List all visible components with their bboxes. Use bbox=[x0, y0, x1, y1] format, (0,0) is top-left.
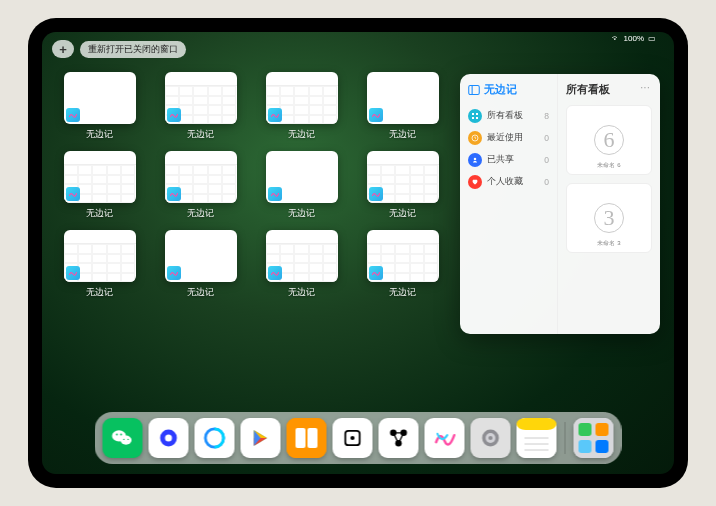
dock-app-wechat[interactable] bbox=[103, 418, 143, 458]
svg-rect-34 bbox=[579, 423, 592, 436]
thumbnail-preview bbox=[367, 72, 439, 124]
window-thumbnail[interactable]: 无边记 bbox=[258, 230, 345, 299]
sidebar-toggle-icon[interactable] bbox=[468, 84, 480, 96]
dock-app-notes[interactable] bbox=[517, 418, 557, 458]
dock-app-books[interactable] bbox=[287, 418, 327, 458]
thumbnail-preview bbox=[266, 72, 338, 124]
window-thumbnail[interactable]: 无边记 bbox=[359, 151, 446, 220]
svg-point-7 bbox=[474, 158, 477, 161]
thumbnail-preview bbox=[266, 230, 338, 282]
window-thumbnail[interactable]: 无边记 bbox=[359, 230, 446, 299]
sidebar-item-grid[interactable]: 所有看板8 bbox=[468, 105, 549, 127]
freeform-icon bbox=[369, 108, 383, 122]
freeform-icon bbox=[268, 187, 282, 201]
svg-rect-4 bbox=[472, 117, 474, 119]
add-button[interactable]: + bbox=[52, 40, 74, 58]
dock-app-freeform[interactable] bbox=[425, 418, 465, 458]
sidebar-item-heart[interactable]: 个人收藏0 bbox=[468, 171, 549, 193]
thumbnail-label: 无边记 bbox=[288, 128, 315, 141]
freeform-icon bbox=[167, 108, 181, 122]
thumbnail-label: 无边记 bbox=[288, 286, 315, 299]
board-thumbnail[interactable]: 3未命名 3 bbox=[566, 183, 652, 253]
toolbar: + 重新打开已关闭的窗口 bbox=[42, 32, 674, 66]
panel-more-icon[interactable]: ··· bbox=[640, 80, 650, 94]
window-thumbnail[interactable]: 无边记 bbox=[258, 72, 345, 141]
thumbnail-label: 无边记 bbox=[288, 207, 315, 220]
status-bar: ᯤ 100% ▭ bbox=[612, 34, 656, 43]
thumbnail-preview bbox=[64, 230, 136, 282]
clock-icon bbox=[468, 131, 482, 145]
thumbnail-label: 无边记 bbox=[389, 128, 416, 141]
dock-app-obsidian[interactable] bbox=[333, 418, 373, 458]
svg-rect-0 bbox=[469, 85, 480, 94]
thumbnail-preview bbox=[266, 151, 338, 203]
sidebar-item-clock[interactable]: 最近使用0 bbox=[468, 127, 549, 149]
window-thumbnail[interactable]: 无边记 bbox=[56, 151, 143, 220]
thumbnail-label: 无边记 bbox=[86, 286, 113, 299]
board-thumbnail[interactable]: 6未命名 6 bbox=[566, 105, 652, 175]
svg-rect-18 bbox=[296, 428, 306, 448]
board-name: 未命名 6 bbox=[597, 161, 620, 170]
thumbnail-preview bbox=[165, 151, 237, 203]
freeform-icon bbox=[369, 187, 383, 201]
dock-app-connect[interactable] bbox=[379, 418, 419, 458]
svg-point-12 bbox=[123, 439, 124, 440]
window-thumbnail[interactable]: 无边记 bbox=[157, 72, 244, 141]
freeform-icon bbox=[167, 187, 181, 201]
board-sketch: 3 bbox=[594, 203, 624, 233]
window-thumbnail[interactable]: 无边记 bbox=[157, 151, 244, 220]
board-name: 未命名 3 bbox=[597, 239, 620, 248]
svg-rect-35 bbox=[596, 423, 609, 436]
thumbnail-label: 无边记 bbox=[187, 207, 214, 220]
thumbnail-label: 无边记 bbox=[86, 128, 113, 141]
thumbnail-label: 无边记 bbox=[86, 207, 113, 220]
svg-point-15 bbox=[165, 435, 172, 442]
battery-label: 100% bbox=[624, 34, 644, 43]
sidebar-item-count: 0 bbox=[544, 155, 549, 165]
window-thumbnail[interactable]: 无边记 bbox=[359, 72, 446, 141]
freeform-icon bbox=[369, 266, 383, 280]
dock bbox=[95, 412, 622, 464]
svg-point-21 bbox=[350, 436, 354, 440]
svg-rect-29 bbox=[517, 418, 557, 430]
sidebar-item-label: 个人收藏 bbox=[487, 176, 523, 188]
svg-point-11 bbox=[120, 434, 122, 436]
thumbnail-label: 无边记 bbox=[187, 286, 214, 299]
panel-title: 无边记 bbox=[468, 82, 549, 97]
svg-rect-2 bbox=[472, 113, 474, 115]
svg-rect-3 bbox=[476, 113, 478, 115]
freeform-icon bbox=[66, 108, 80, 122]
battery-icon: ▭ bbox=[648, 34, 656, 43]
sidebar-item-count: 0 bbox=[544, 133, 549, 143]
screen: ᯤ 100% ▭ + 重新打开已关闭的窗口 无边记无边记无边记无边记无边记无边记… bbox=[42, 32, 674, 474]
sidebar-item-label: 最近使用 bbox=[487, 132, 523, 144]
window-thumbnail[interactable]: 无边记 bbox=[157, 230, 244, 299]
window-thumbnail[interactable]: 无边记 bbox=[258, 151, 345, 220]
board-sketch: 6 bbox=[594, 125, 624, 155]
svg-point-10 bbox=[116, 434, 118, 436]
thumbnail-preview bbox=[165, 72, 237, 124]
thumbnail-preview bbox=[64, 72, 136, 124]
dock-app-settings[interactable] bbox=[471, 418, 511, 458]
thumbnail-preview bbox=[367, 151, 439, 203]
thumbnail-label: 无边记 bbox=[389, 286, 416, 299]
sidebar-item-share[interactable]: 已共享0 bbox=[468, 149, 549, 171]
freeform-icon bbox=[268, 266, 282, 280]
dock-app-recent[interactable] bbox=[574, 418, 614, 458]
reopen-closed-windows[interactable]: 重新打开已关闭的窗口 bbox=[80, 41, 186, 58]
sidebar-item-count: 0 bbox=[544, 177, 549, 187]
sidebar-item-label: 已共享 bbox=[487, 154, 514, 166]
thumbnail-label: 无边记 bbox=[187, 128, 214, 141]
sidebar-item-label: 所有看板 bbox=[487, 110, 523, 122]
dock-app-qqbrowser[interactable] bbox=[195, 418, 235, 458]
heart-icon bbox=[468, 175, 482, 189]
grid-icon bbox=[468, 109, 482, 123]
svg-rect-5 bbox=[476, 117, 478, 119]
freeform-icon bbox=[66, 266, 80, 280]
window-thumbnail[interactable]: 无边记 bbox=[56, 72, 143, 141]
window-thumbnail[interactable]: 无边记 bbox=[56, 230, 143, 299]
dock-app-appstore[interactable] bbox=[241, 418, 281, 458]
thumbnail-preview bbox=[367, 230, 439, 282]
svg-rect-19 bbox=[308, 428, 318, 448]
dock-app-quark[interactable] bbox=[149, 418, 189, 458]
